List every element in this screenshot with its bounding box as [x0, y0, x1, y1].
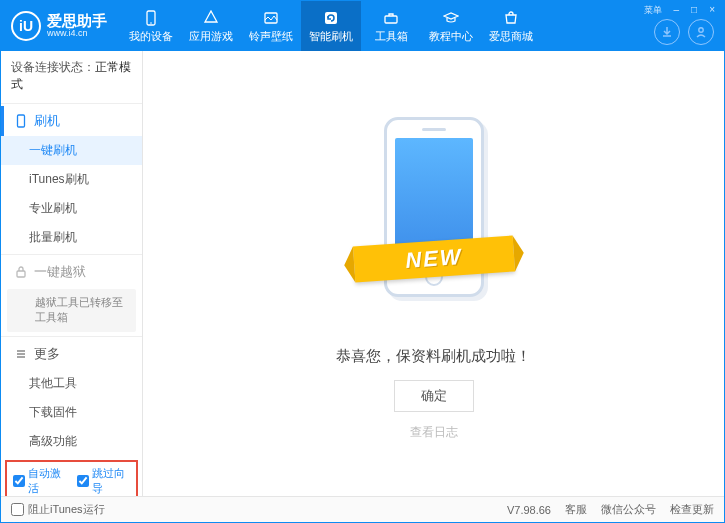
nav-apps[interactable]: 应用游戏	[181, 1, 241, 51]
menu-button[interactable]: 菜单	[641, 3, 665, 18]
store-icon	[502, 9, 520, 27]
nav-flash[interactable]: 智能刷机	[301, 1, 361, 51]
wechat-link[interactable]: 微信公众号	[601, 502, 656, 517]
wallpaper-icon	[262, 9, 280, 27]
svg-point-1	[150, 22, 152, 24]
svg-rect-4	[385, 16, 397, 23]
support-link[interactable]: 客服	[565, 502, 587, 517]
ok-button[interactable]: 确定	[394, 380, 474, 412]
window-controls: 菜单 – □ ×	[641, 3, 718, 18]
jailbreak-note: 越狱工具已转移至 工具箱	[7, 289, 136, 332]
checkbox-skip-guide[interactable]: 跳过向导	[77, 466, 131, 496]
list-icon	[14, 347, 28, 361]
nav-store[interactable]: 爱思商城	[481, 1, 541, 51]
sidebar-item-itunes-flash[interactable]: iTunes刷机	[1, 165, 142, 194]
section-more[interactable]: 更多	[1, 339, 142, 369]
graduation-icon	[442, 9, 460, 27]
sidebar-item-download-firmware[interactable]: 下载固件	[1, 398, 142, 427]
app-site: www.i4.cn	[47, 29, 107, 39]
nav-toolbox[interactable]: 工具箱	[361, 1, 421, 51]
phone-outline-icon	[14, 114, 28, 128]
logo-icon: iU	[11, 11, 41, 41]
app-name: 爱思助手	[47, 13, 107, 30]
svg-point-5	[699, 28, 703, 32]
version-label: V7.98.66	[507, 504, 551, 516]
status-bar: 阻止iTunes运行 V7.98.66 客服 微信公众号 检查更新	[1, 496, 724, 522]
sidebar-item-advanced[interactable]: 高级功能	[1, 427, 142, 456]
section-jailbreak[interactable]: 一键越狱	[1, 257, 142, 287]
check-update-link[interactable]: 检查更新	[670, 502, 714, 517]
checkbox-auto-activate[interactable]: 自动激活	[13, 466, 67, 496]
view-log-link[interactable]: 查看日志	[410, 424, 458, 441]
section-flash[interactable]: 刷机	[1, 106, 142, 136]
main-nav: 我的设备 应用游戏 铃声壁纸 智能刷机 工具箱 教程中心	[121, 1, 541, 51]
close-button[interactable]: ×	[706, 3, 718, 18]
apps-icon	[202, 9, 220, 27]
svg-rect-7	[17, 271, 25, 277]
minimize-button[interactable]: –	[671, 3, 683, 18]
sidebar-item-batch-flash[interactable]: 批量刷机	[1, 223, 142, 252]
new-banner: NEW	[352, 235, 514, 282]
main-content: NEW 恭喜您，保资料刷机成功啦！ 确定 查看日志	[143, 51, 724, 496]
sidebar-item-pro-flash[interactable]: 专业刷机	[1, 194, 142, 223]
connection-status: 设备连接状态：正常模式	[1, 51, 142, 101]
app-logo: iU 爱思助手 www.i4.cn	[11, 11, 121, 41]
sidebar-item-oneclick-flash[interactable]: 一键刷机	[1, 136, 142, 165]
nav-my-device[interactable]: 我的设备	[121, 1, 181, 51]
maximize-button[interactable]: □	[688, 3, 700, 18]
lock-icon	[14, 265, 28, 279]
checkbox-block-itunes[interactable]: 阻止iTunes运行	[11, 502, 105, 517]
nav-ringtone[interactable]: 铃声壁纸	[241, 1, 301, 51]
phone-illustration: NEW	[364, 107, 504, 327]
svg-rect-3	[325, 12, 337, 24]
success-message: 恭喜您，保资料刷机成功啦！	[336, 347, 531, 366]
sidebar-item-other-tools[interactable]: 其他工具	[1, 369, 142, 398]
title-bar: iU 爱思助手 www.i4.cn 我的设备 应用游戏 铃声壁纸 智能刷机	[1, 1, 724, 51]
nav-tutorial[interactable]: 教程中心	[421, 1, 481, 51]
user-button[interactable]	[688, 19, 714, 45]
toolbox-icon	[382, 9, 400, 27]
download-button[interactable]	[654, 19, 680, 45]
flash-icon	[322, 9, 340, 27]
sidebar: 设备连接状态：正常模式 刷机 一键刷机 iTunes刷机 专业刷机 批量刷机 一…	[1, 51, 143, 496]
svg-rect-6	[18, 115, 25, 127]
phone-icon	[142, 9, 160, 27]
